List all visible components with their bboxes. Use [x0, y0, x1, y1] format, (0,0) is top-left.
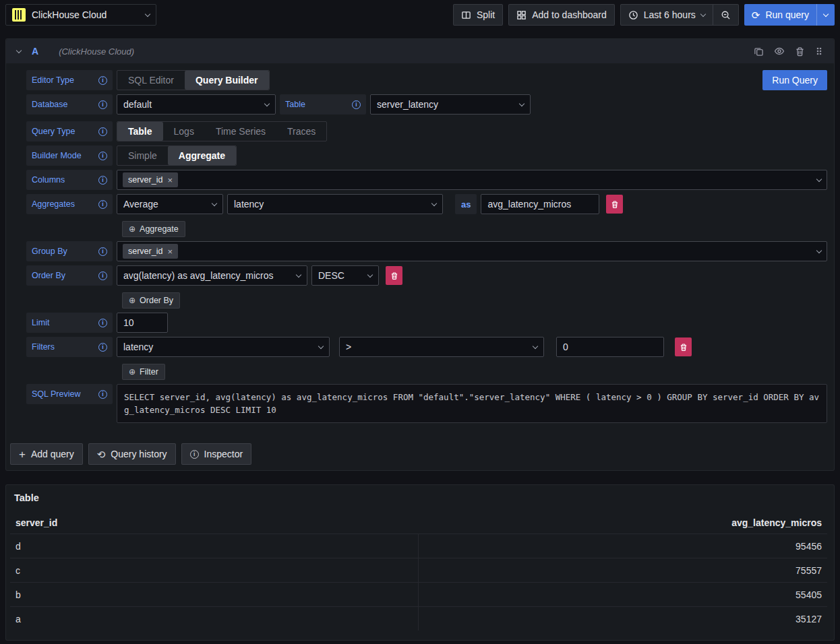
filters-row: Filters i latency > — [26, 337, 827, 357]
run-query-editor-button[interactable]: Run Query — [762, 70, 827, 90]
trash-icon — [795, 46, 805, 57]
chevron-down-icon — [816, 247, 822, 253]
order-by-row: Order By i avg(latency) as avg_latency_m… — [26, 265, 827, 286]
remove-chip-icon[interactable]: × — [167, 247, 173, 256]
filter-operator-select[interactable]: > — [339, 337, 544, 357]
group-by-multiselect[interactable]: server_id × — [117, 241, 827, 261]
aggregate-alias-input[interactable] — [481, 194, 599, 214]
builder-mode-aggregate-option[interactable]: Aggregate — [168, 146, 236, 165]
filter-column-select[interactable]: latency — [117, 337, 330, 357]
time-range-label: Last 6 hours — [644, 9, 696, 20]
info-icon: i — [98, 390, 107, 399]
query-type-table-option[interactable]: Table — [117, 122, 163, 141]
order-by-direction-select[interactable]: DESC — [311, 265, 379, 286]
explore-query-actions: + Add query ⟲ Query history i Inspector — [6, 423, 834, 470]
chevron-down-icon — [533, 343, 538, 348]
toggle-query-visibility-button[interactable] — [774, 46, 785, 57]
zoom-out-time-button[interactable] — [713, 5, 738, 25]
datasource-picker[interactable]: ClickHouse Cloud — [5, 4, 156, 26]
query-editor-panel: A (ClickHouse Cloud) Editor Type i — [5, 38, 835, 471]
aggregate-function-select[interactable]: Average — [117, 194, 223, 214]
filter-operator-value: > — [346, 342, 351, 352]
order-by-direction-value: DESC — [318, 270, 344, 281]
info-icon: i — [98, 319, 107, 327]
remove-query-button[interactable] — [795, 46, 805, 57]
query-history-button[interactable]: ⟲ Query history — [88, 443, 176, 465]
chevron-down-icon — [264, 100, 270, 106]
time-picker-group: Last 6 hours — [620, 4, 739, 26]
add-order-by-row: ⊕ Order By — [122, 292, 827, 309]
column-header-server-id[interactable]: server_id — [10, 511, 419, 534]
explore-toolbar: ClickHouse Cloud Split Add to dashboard … — [0, 0, 840, 30]
chevron-down-icon — [823, 11, 829, 16]
table-label: Table i — [280, 94, 366, 115]
filter-column-value: latency — [123, 342, 153, 352]
add-aggregate-button[interactable]: ⊕ Aggregate — [122, 221, 185, 237]
plus-circle-icon: ⊕ — [129, 225, 136, 233]
limit-label: Limit i — [26, 313, 113, 333]
builder-mode-simple-option[interactable]: Simple — [117, 146, 168, 165]
table-select[interactable]: server_latency — [370, 94, 531, 115]
chevron-down-icon — [212, 200, 217, 205]
cell-avg-latency: 95456 — [419, 534, 827, 558]
split-button[interactable]: Split — [453, 4, 503, 26]
duplicate-query-button[interactable] — [754, 46, 764, 57]
database-label: Database i — [26, 94, 113, 115]
aggregates-row: Aggregates i Average latency as — [26, 194, 827, 214]
add-filter-row: ⊕ Filter — [122, 364, 827, 380]
aggregate-column-value: latency — [234, 199, 264, 210]
order-by-field-select[interactable]: avg(latency) as avg_latency_micros — [117, 265, 307, 286]
editor-type-label: Editor Type i — [26, 70, 113, 90]
drag-handle[interactable] — [815, 46, 823, 57]
remove-order-by-button[interactable] — [386, 266, 402, 285]
add-query-button[interactable]: + Add query — [10, 443, 83, 465]
query-builder-option[interactable]: Query Builder — [185, 71, 269, 90]
group-by-row: Group By i server_id × — [26, 241, 827, 261]
cell-server-id: d — [10, 534, 419, 558]
query-type-toggle: Table Logs Time Series Traces — [117, 121, 327, 141]
column-header-avg-latency-micros[interactable]: avg_latency_micros — [419, 511, 827, 534]
time-range-button[interactable]: Last 6 hours — [621, 5, 713, 25]
limit-input[interactable] — [117, 313, 168, 333]
grip-dots-icon — [815, 46, 823, 57]
database-select[interactable]: default — [117, 94, 276, 115]
inspector-button[interactable]: i Inspector — [181, 443, 252, 465]
trash-icon — [611, 200, 619, 209]
add-filter-button[interactable]: ⊕ Filter — [122, 364, 165, 380]
query-type-time-series-option[interactable]: Time Series — [205, 122, 276, 141]
run-query-button[interactable]: ⟳ Run query — [744, 4, 816, 26]
query-ref-id[interactable]: A — [32, 46, 38, 57]
info-circle-icon: i — [190, 450, 199, 459]
order-by-label: Order By i — [26, 265, 113, 286]
run-query-interval-dropdown[interactable] — [816, 4, 835, 26]
datasource-name: ClickHouse Cloud — [32, 9, 107, 20]
columns-multiselect[interactable]: server_id × — [117, 170, 827, 190]
info-icon: i — [98, 100, 107, 109]
panel-title: Table — [6, 485, 834, 510]
aggregates-label: Aggregates i — [26, 194, 113, 214]
plus-circle-icon: ⊕ — [129, 368, 136, 376]
chevron-down-icon — [431, 200, 437, 205]
query-type-traces-option[interactable]: Traces — [276, 122, 326, 141]
add-order-by-button[interactable]: ⊕ Order By — [122, 292, 180, 309]
clickhouse-logo-icon — [12, 8, 26, 22]
table-result-panel: Table server_id avg_latency_micros d 954… — [5, 484, 835, 641]
remove-filter-button[interactable] — [675, 337, 692, 356]
collapse-chevron-icon[interactable] — [16, 47, 22, 53]
table-row: a 35127 — [10, 606, 827, 631]
filter-value-input[interactable] — [556, 337, 664, 357]
remove-aggregate-button[interactable] — [606, 195, 623, 214]
remove-chip-icon[interactable]: × — [167, 176, 173, 185]
query-type-logs-option[interactable]: Logs — [163, 122, 205, 141]
add-to-dashboard-button[interactable]: Add to dashboard — [508, 4, 615, 26]
builder-mode-row: Builder Mode i Simple Aggregate — [26, 146, 827, 166]
info-icon: i — [98, 247, 107, 256]
sql-editor-option[interactable]: SQL Editor — [117, 71, 185, 90]
columns-chip-server-id: server_id × — [123, 172, 178, 187]
table-value: server_latency — [377, 99, 438, 110]
info-icon: i — [352, 100, 361, 109]
chevron-down-icon — [367, 271, 373, 277]
aggregate-column-select[interactable]: latency — [227, 194, 443, 214]
info-icon: i — [98, 343, 107, 352]
info-icon: i — [98, 152, 107, 160]
